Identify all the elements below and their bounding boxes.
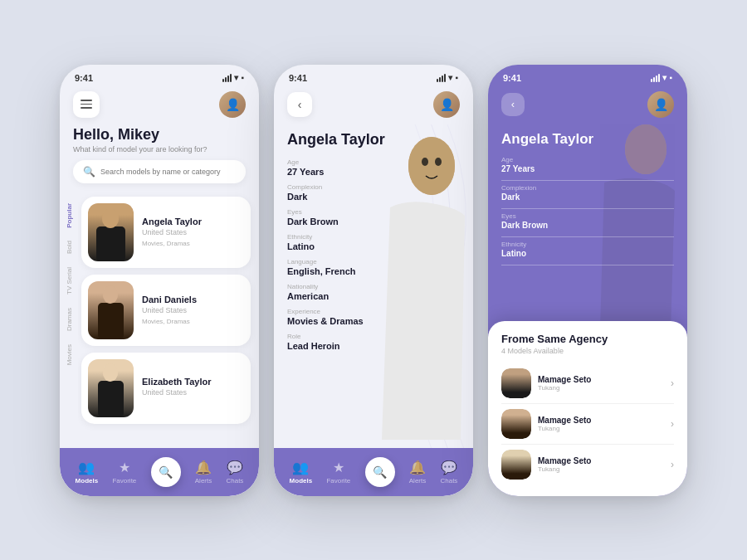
status-icons-2: ▾ ▪	[437, 73, 458, 82]
search-input[interactable]	[100, 168, 236, 176]
screen3-phone: 9:41 ▾ ▪ ‹ 👤	[488, 65, 687, 496]
ethnicity-label: Ethnicity	[287, 233, 460, 241]
battery-3: ▪	[669, 73, 672, 82]
avatar[interactable]: 👤	[219, 91, 246, 118]
model-country-2: United States	[142, 388, 244, 397]
agency-model-name-0: Mamage Seto	[538, 375, 664, 384]
nav-chats-label-2: Chats	[440, 477, 457, 485]
purple-profile: Angela Taylor Age 27 Years Complexion Da…	[488, 124, 687, 275]
nav-alerts-label-1: Alerts	[195, 477, 212, 485]
nav-models-label-1: Models	[76, 477, 99, 485]
divider-1	[501, 180, 674, 181]
nav-favorite-1[interactable]: ★ Favorite	[112, 460, 136, 485]
detail-experience: Experience Movies & Dramas	[287, 308, 460, 326]
content-area: Popular Bold TV Serial Dramas Movies	[60, 192, 259, 448]
model-card-1[interactable]: Dani Daniels United States Movies, Drama…	[81, 275, 251, 346]
model-card-0[interactable]: Angela Taylor United States Movies, Dram…	[81, 197, 251, 268]
cat-popular[interactable]: Popular	[64, 198, 75, 233]
nav-chats-2[interactable]: 💬 Chats	[440, 460, 457, 485]
model-info-0: Angela Taylor United States Movies, Dram…	[142, 217, 244, 247]
status-bar-1: 9:41 ▾ ▪	[60, 65, 259, 86]
nationality-label: Nationality	[287, 283, 460, 290]
screen2-header: ‹ 👤	[274, 86, 473, 124]
models-icon-2: 👥	[292, 460, 309, 475]
model-country-0: United States	[142, 228, 244, 236]
ethnicity-value: Latino	[287, 241, 460, 251]
nav-alerts-2[interactable]: 🔔 Alerts	[409, 460, 426, 485]
detail-nationality: Nationality American	[287, 283, 460, 301]
experience-label: Experience	[287, 308, 460, 315]
nav-models-1[interactable]: 👥 Models	[76, 460, 99, 485]
agency-thumb-1	[501, 409, 531, 439]
divider-4	[501, 265, 674, 265]
agency-model-0[interactable]: Mamage Seto Tukang ›	[501, 363, 674, 404]
wifi-2: ▾	[448, 73, 452, 82]
svg-point-8	[103, 363, 118, 382]
cat-dramas[interactable]: Dramas	[64, 303, 75, 336]
cat-movies[interactable]: Movies	[64, 339, 75, 370]
search-fab-1[interactable]: 🔍	[151, 457, 181, 487]
agency-model-info-1: Mamage Seto Tukang	[538, 416, 664, 432]
wifi-1: ▾	[234, 73, 238, 82]
screen3-content: Angela Taylor Age 27 Years Complexion Da…	[488, 124, 687, 496]
screen1-top: 👤	[73, 91, 246, 118]
back-button-3[interactable]: ‹	[501, 93, 525, 116]
status-bar-2: 9:41 ▾ ▪	[274, 65, 473, 86]
p-eyes-label: Eyes	[501, 212, 674, 220]
agency-model-1[interactable]: Mamage Seto Tukang ›	[501, 404, 674, 445]
nav-fav-2[interactable]: ★ Favorite	[326, 460, 350, 485]
fav-icon-2: ★	[333, 460, 344, 475]
agency-model-tag-2: Tukang	[538, 465, 664, 473]
back-button-2[interactable]: ‹	[287, 92, 312, 117]
signal-2	[437, 74, 446, 82]
complexion-value: Dark	[287, 192, 460, 202]
model-name-0: Angela Taylor	[142, 217, 244, 226]
nav-chats-label-1: Chats	[226, 477, 243, 485]
model-info-2: Elizabeth Taylor United States	[142, 377, 244, 400]
screen2-phone: 9:41 ▾ ▪ ‹ 👤	[274, 65, 473, 496]
models-icon-1: 👥	[78, 460, 95, 475]
p-age-value: 27 Years	[501, 164, 674, 173]
agency-model-2[interactable]: Mamage Seto Tukang ›	[501, 445, 674, 485]
svg-rect-1	[96, 226, 125, 261]
battery-1: ▪	[241, 73, 244, 82]
p-ethnicity-label: Ethnicity	[501, 241, 674, 248]
agency-model-info-0: Mamage Seto Tukang	[538, 375, 664, 392]
screen1-header: 👤 Hello, Mikey What kind of model your a…	[60, 86, 259, 192]
nav-alerts-1[interactable]: 🔔 Alerts	[195, 460, 212, 485]
model-photo-1	[88, 281, 134, 339]
nav-fav-label-2: Favorite	[326, 477, 350, 485]
search-fab-icon-2: 🔍	[373, 465, 387, 479]
agency-model-info-2: Mamage Seto Tukang	[538, 456, 664, 473]
alerts-icon-2: 🔔	[409, 460, 426, 475]
model-country-1: United States	[142, 306, 244, 314]
p-age-label: Age	[501, 156, 674, 163]
time-1: 9:41	[75, 73, 93, 83]
category-tabs: Popular Bold TV Serial Dramas Movies	[60, 192, 78, 448]
menu-button[interactable]	[73, 91, 100, 118]
p-ethnicity-value: Latino	[501, 249, 674, 258]
agency-model-name-1: Mamage Seto	[538, 416, 664, 425]
svg-rect-4	[98, 303, 124, 339]
status-icons-3: ▾ ▪	[651, 73, 672, 82]
experience-value: Movies & Dramas	[287, 316, 460, 326]
cat-tvserial[interactable]: TV Serial	[64, 262, 75, 299]
avatar-3: 👤	[647, 91, 674, 118]
divider-3	[501, 236, 674, 237]
nav-models-2[interactable]: 👥 Models	[290, 460, 313, 485]
model-photo-0	[88, 203, 134, 261]
eyes-value: Dark Brown	[287, 217, 460, 226]
cat-bold[interactable]: Bold	[64, 236, 75, 259]
screen2-content: Angela Taylor Age 27 Years Complexion Da…	[274, 124, 473, 448]
model-card-2[interactable]: Elizabeth Taylor United States	[81, 353, 251, 424]
signal-1	[222, 74, 232, 82]
nav-models-label-2: Models	[290, 477, 313, 485]
nav-chats-1[interactable]: 💬 Chats	[226, 460, 243, 485]
agency-thumb-2	[501, 450, 531, 480]
nav-alerts-label-2: Alerts	[409, 477, 426, 485]
search-fab-2[interactable]: 🔍	[365, 457, 395, 487]
agency-title: Frome Same Agency	[501, 333, 674, 345]
search-bar[interactable]: 🔍	[73, 160, 246, 183]
age-label: Age	[287, 158, 460, 166]
svg-rect-7	[98, 381, 124, 417]
